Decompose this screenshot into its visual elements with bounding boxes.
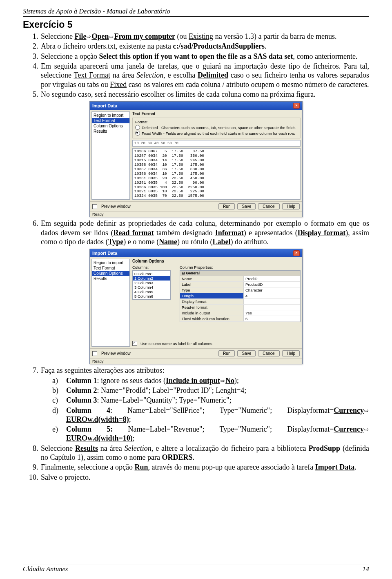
text: , através do menu pop-up que aparece ass…	[148, 463, 315, 471]
prop-row[interactable]: TypeCharacter	[180, 287, 300, 293]
text: ) e apresentados (	[244, 229, 298, 237]
library-name: ProdSupp	[308, 444, 340, 452]
step-text-format[interactable]: Text Format	[92, 265, 129, 271]
text: Faça as seguintes alterações aos atribut…	[41, 366, 164, 374]
dialog-button-bar: Preview window Run Save Cancel Help	[90, 201, 302, 211]
prop-row[interactable]: Include in outputYes	[180, 310, 300, 316]
dialog-titlebar: Import Data ×	[90, 102, 302, 110]
arrow-icon: ⇨	[109, 33, 114, 40]
col-item[interactable]: 4 Column5	[133, 290, 170, 294]
step-6: Em seguida pode definir as propriedades …	[40, 219, 369, 246]
col-item[interactable]: 3 Column4	[133, 285, 170, 290]
radio-delimited[interactable]: Delimited - Characters such as comma, ta…	[135, 125, 298, 130]
save-button[interactable]: Save	[237, 350, 256, 356]
sub-e: e)Column 5: Name=Label="Revenue"; Type="…	[52, 425, 369, 443]
col-item[interactable]: 5 Column6	[133, 294, 170, 298]
step-column-options[interactable]: Column Options	[92, 123, 129, 129]
preview-window-label: Preview window	[101, 204, 131, 209]
checkbox-label: Use column name as label for all columns	[140, 341, 212, 346]
close-icon[interactable]: ×	[293, 250, 300, 256]
help-button[interactable]: Help	[282, 350, 300, 356]
text: ) ou rótulo (	[177, 238, 212, 246]
menu-open: Open	[91, 32, 109, 40]
radio-label: Delimited - Characters such as comma, ta…	[142, 125, 295, 130]
step-text-format[interactable]: Text Format	[92, 118, 129, 123]
col-item[interactable]: 0 Column1	[133, 272, 170, 276]
checkbox-icon[interactable]	[92, 351, 97, 356]
close-icon[interactable]: ×	[293, 103, 300, 109]
panel-title: Column Options	[132, 259, 301, 263]
text: Seleccione	[41, 444, 75, 452]
text: Abra o ficheiro orders.txt, existente na…	[41, 42, 173, 50]
radio-icon	[135, 131, 140, 136]
use-label-checkbox[interactable]: Use column name as label for all columns	[132, 341, 301, 346]
exercise-title: Exercício 5	[23, 19, 369, 30]
import-data-dialog: Import Data × Region to import Text Form…	[89, 101, 303, 217]
path: c:/sad/ProductsAndSuppliers	[173, 42, 265, 50]
step-region[interactable]: Region to import	[92, 113, 129, 118]
running-head: Sistemas de Apoio à Decisão - Manual de …	[23, 7, 369, 17]
prop-category: ⊟ General	[180, 271, 300, 276]
orders-name: ORDERS	[162, 453, 192, 461]
sub-list: a)Column 1: ignore os seus dados (Includ…	[52, 376, 369, 443]
step-3: Seleccione a opção Select this option if…	[40, 52, 369, 61]
option-label: Select this option if you want to open t…	[99, 52, 293, 60]
step-results[interactable]: Results	[92, 276, 129, 281]
wizard-step-list[interactable]: Region to import Text Format Column Opti…	[91, 259, 130, 347]
prop-row[interactable]: LabelProductID	[180, 282, 300, 287]
step-region[interactable]: Region to import	[92, 260, 129, 265]
prop-row[interactable]: Fixed width column location6	[180, 316, 300, 322]
checkbox-icon[interactable]	[92, 204, 97, 209]
step-2: Abra o ficheiro orders.txt, existente na…	[40, 42, 369, 51]
selection-area: Selection	[136, 71, 163, 79]
data-preview: 10286 0067 5 17.50 87.50 10287 0034 20 1…	[132, 148, 301, 200]
name-link: Name	[159, 238, 177, 246]
col-item[interactable]: 2 Column3	[133, 281, 170, 285]
figure-import-text-format: Import Data × Region to import Text Form…	[23, 101, 369, 217]
column-ruler[interactable]: 10 20 30 40 50 60 70	[132, 140, 301, 147]
text: .	[354, 463, 356, 471]
status-bar: Ready	[90, 358, 302, 364]
menu-file: File	[74, 32, 86, 40]
cancel-button[interactable]: Cancel	[258, 203, 280, 209]
save-button[interactable]: Save	[237, 203, 256, 209]
label-link: Label	[213, 238, 231, 246]
text: caso os valores em cada coluna / atribut…	[127, 80, 369, 89]
step-results[interactable]: Results	[92, 129, 129, 134]
step-list-cont2: Faça as seguintes alterações aos atribut…	[23, 366, 369, 482]
prop-row[interactable]: Read-in format	[180, 305, 300, 310]
column-properties-label: Column Properties:	[180, 265, 301, 269]
col-item[interactable]: 1 Column2	[133, 276, 170, 281]
text: na área	[98, 444, 125, 452]
property-grid[interactable]: ⊟ General NameProdIDLabelProductIDTypeCh…	[180, 270, 301, 322]
columns-listbox[interactable]: 0 Column1 1 Column2 2 Column3 3 Column4 …	[132, 270, 171, 300]
display-format-link: Display format	[298, 229, 345, 237]
prop-row[interactable]: Display format	[180, 299, 300, 305]
help-button[interactable]: Help	[282, 203, 300, 209]
dialog-button-bar: Preview window Run Save Cancel Help	[90, 348, 302, 358]
prop-row[interactable]: NameProdID	[180, 276, 300, 282]
step-9: Finalmente, seleccione a opção Run, atra…	[40, 463, 369, 472]
step-7: Faça as seguintes alterações aos atribut…	[40, 366, 369, 443]
step-4: Em seguida aparecerá uma janela de taref…	[40, 62, 369, 89]
run-button[interactable]: Run	[218, 203, 235, 209]
run-button[interactable]: Run	[218, 350, 235, 356]
checkbox-icon	[132, 341, 137, 346]
text: ) do atributo.	[231, 238, 269, 246]
menu-from-my-computer: From my computer	[114, 32, 175, 40]
text: (ou	[175, 32, 189, 40]
text: ) e o nome (	[123, 238, 159, 246]
preview-window-label: Preview window	[101, 351, 131, 356]
text: .	[265, 42, 267, 50]
step-column-options[interactable]: Column Options	[92, 271, 129, 276]
sub-b: b)Column 2: Name="ProdId"; Label="Produc…	[52, 386, 369, 395]
dialog-title: Import Data	[92, 251, 117, 256]
wizard-step-list[interactable]: Region to import Text Format Column Opti…	[91, 111, 130, 200]
step-list: Seleccione File⇨Open⇨From my computer (o…	[23, 32, 369, 99]
cancel-button[interactable]: Cancel	[258, 350, 280, 356]
dialog-title: Import Data	[92, 103, 117, 108]
page-footer: Cláudia Antunes 14	[23, 564, 369, 573]
prop-row[interactable]: Length4	[180, 293, 300, 299]
radio-fixed[interactable]: Fixed Width - Fields are aligned so that…	[135, 131, 298, 136]
text: na versão 1.3) a partir da barra de menu…	[213, 32, 336, 40]
